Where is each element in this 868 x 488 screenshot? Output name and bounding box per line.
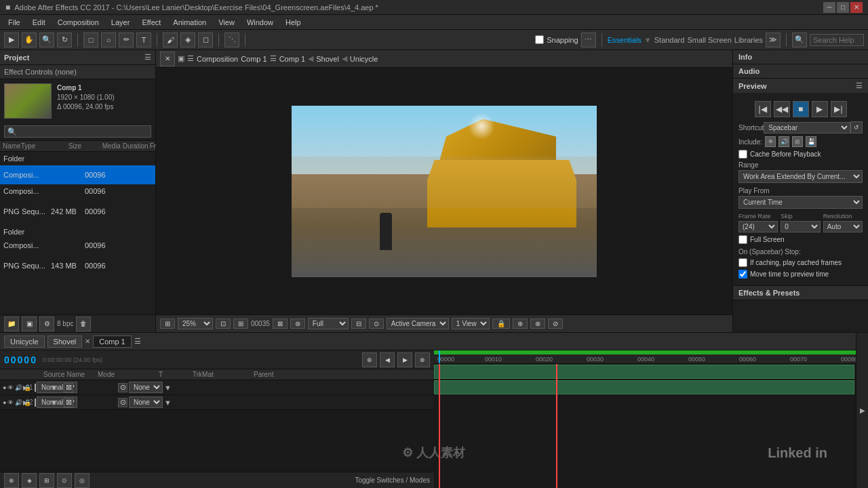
comp-close-btn[interactable]: ✕ — [160, 52, 175, 66]
close-button[interactable]: ✕ — [850, 2, 863, 13]
menu-composition[interactable]: Composition — [52, 17, 104, 28]
viewer-region-btn[interactable]: ⊞ — [160, 319, 175, 329]
layer-2-audio[interactable]: 🔊 — [15, 399, 22, 406]
maximize-button[interactable]: □ — [837, 2, 849, 13]
menu-help[interactable]: Help — [280, 17, 307, 28]
include-video-icon[interactable]: 👁 — [765, 136, 776, 147]
preview-menu[interactable]: ☰ — [856, 81, 863, 90]
viewer-solo-btn[interactable]: ⊕ — [513, 319, 528, 329]
project-search-input[interactable] — [4, 125, 151, 138]
play-from-select[interactable]: Current Time — [738, 196, 863, 209]
search-button[interactable]: 🔍 — [792, 33, 807, 47]
timeline-move-to-in[interactable]: ⊕ — [362, 352, 377, 367]
layer-1-solo[interactable]: ● — [3, 384, 6, 391]
comp-menu-btn[interactable]: ☰ — [270, 54, 277, 63]
timeline-tab-unicycle[interactable]: Unicycle — [4, 336, 45, 348]
delete-btn[interactable]: 🗑 — [76, 317, 91, 331]
layer-1-parent-icon[interactable]: ⊙ — [118, 383, 127, 392]
layer-1-vis[interactable]: 👁 — [7, 384, 14, 391]
tree-row-unicycle-png[interactable]: ▣ Unicycle.[01-96].png PNG Sequ...143 MB… — [0, 252, 155, 279]
menu-layer[interactable]: Layer — [106, 17, 136, 28]
viewer-lock-btn[interactable]: 🔒 — [492, 319, 510, 329]
resolution-select[interactable]: Auto — [823, 221, 863, 232]
audio-header[interactable]: Audio — [733, 64, 868, 78]
stop-btn[interactable]: ■ — [793, 101, 809, 117]
tree-row-shovel[interactable]: ▣ Shovel Composi...00096 — [0, 184, 155, 198]
shortcut-select[interactable]: Spacebar — [764, 122, 850, 134]
move-time-checkbox[interactable] — [738, 270, 747, 279]
workspace-libraries[interactable]: Libraries — [734, 36, 763, 44]
track-2-bar[interactable] — [434, 380, 854, 394]
timeline-time-stretch[interactable]: ⊞ — [39, 473, 54, 488]
snap-options[interactable]: ⋯ — [581, 33, 596, 47]
layer-2-parent-arrow[interactable]: ▼ — [164, 399, 172, 407]
effects-presets-header[interactable]: Effects & Presets — [733, 286, 868, 300]
timeline-scroll-right[interactable]: ▶ — [859, 407, 866, 414]
if-caching-checkbox[interactable] — [738, 258, 747, 267]
layer-1-mode-arrow[interactable]: ▼ — [50, 384, 64, 392]
layer-1-parent-arrow[interactable]: ▼ — [164, 384, 172, 392]
preview-header[interactable]: Preview ☰ — [733, 79, 868, 93]
project-settings-btn[interactable]: ⚙ — [39, 317, 54, 331]
menu-window[interactable]: Window — [241, 17, 279, 28]
viewer-transp-btn[interactable]: ⊙ — [369, 319, 384, 329]
layer-2-solo[interactable]: ● — [3, 399, 6, 406]
play-btn[interactable]: ▶ — [812, 101, 828, 117]
close-tab-comp1[interactable]: ✕ — [85, 338, 90, 345]
comp-options-btn[interactable]: ☰ — [187, 54, 194, 63]
range-select[interactable]: Work Area Extended By Current... — [738, 170, 863, 183]
zoom-select[interactable]: 25%50%100% — [178, 318, 213, 329]
track-1-bar[interactable] — [434, 365, 854, 379]
layer-2-parent-select[interactable]: None — [129, 396, 163, 408]
stamp-tool[interactable]: ◈ — [180, 33, 195, 47]
breadcrumb-shovel[interactable]: Shovel — [316, 55, 339, 63]
project-menu-icon[interactable]: ☰ — [144, 53, 151, 62]
breadcrumb-unicycle[interactable]: Unicycle — [350, 55, 378, 63]
timeline-tab-comp1[interactable]: Comp 1 — [93, 336, 132, 348]
workspace-small[interactable]: Small Screen — [687, 36, 731, 44]
layer-2-parent-icon[interactable]: ⊙ — [118, 398, 127, 407]
help-search[interactable] — [810, 34, 864, 46]
include-save-icon[interactable]: 💾 — [806, 136, 816, 147]
viewer-fit-btn[interactable]: ⊡ — [216, 319, 231, 329]
workspace-more[interactable]: ≫ — [766, 33, 781, 47]
include-overflow-icon[interactable]: ⊞ — [792, 136, 803, 147]
fullscreen-checkbox[interactable] — [738, 235, 747, 244]
snapping-checkbox[interactable] — [535, 35, 544, 44]
menu-effect[interactable]: Effect — [136, 17, 166, 28]
ellipse-tool[interactable]: ○ — [101, 33, 116, 47]
viewer-auto-btn[interactable]: ⊛ — [290, 319, 305, 329]
timeline-add-expression[interactable]: ⊙ — [57, 473, 72, 488]
text-tool[interactable]: T — [136, 33, 151, 47]
framerate-select[interactable]: (24) — [738, 221, 778, 232]
menu-file[interactable]: File — [3, 17, 26, 28]
timeline-tab-shovel[interactable]: Shovel — [47, 336, 83, 348]
timeline-tab-menu[interactable]: ☰ — [134, 337, 141, 346]
col-type[interactable]: Type — [21, 142, 68, 150]
rotate-tool[interactable]: ↻ — [57, 33, 72, 47]
timeline-graph-editor[interactable]: ◈ — [22, 473, 37, 488]
hand-tool[interactable]: ✋ — [22, 33, 37, 47]
menu-animation[interactable]: Animation — [167, 17, 212, 28]
info-header[interactable]: Info — [733, 50, 868, 64]
tree-row-folder[interactable]: ▶ 📁 3_1_End.aep Folder — [0, 152, 155, 165]
layer-2-vis[interactable]: 👁 — [7, 399, 14, 406]
timeline-prev-frame[interactable]: ◀ — [380, 352, 395, 367]
eraser-tool[interactable]: ◻ — [198, 33, 213, 47]
menu-edit[interactable]: Edit — [27, 17, 51, 28]
pen-tool[interactable]: ✏ — [119, 33, 134, 47]
next-frame-last-btn[interactable]: ▶| — [831, 101, 847, 117]
layer-2-mode-arrow[interactable]: ▼ — [50, 399, 64, 407]
tree-row-shovel-png[interactable]: ▣ Shovel.[01-96].png PNG Sequ...242 MB00… — [0, 198, 155, 225]
toggle-switches-modes[interactable]: Toggle Switches / Modes — [355, 476, 430, 484]
skip-select[interactable]: 0 — [781, 221, 820, 232]
rectangle-tool[interactable]: □ — [83, 33, 98, 47]
minimize-button[interactable]: ─ — [823, 2, 835, 13]
layer-2-expand[interactable]: ▶ — [23, 399, 28, 406]
timeline-next-frame[interactable]: ▶ — [397, 352, 412, 367]
view-select[interactable]: 1 View — [452, 318, 490, 329]
workspace-standard[interactable]: Standard — [654, 36, 685, 44]
layer-1-trkmat-icon[interactable]: ⊠ — [64, 383, 73, 392]
new-comp-btn[interactable]: ▣ — [22, 317, 37, 331]
col-duration[interactable]: Media Duration — [102, 142, 150, 150]
